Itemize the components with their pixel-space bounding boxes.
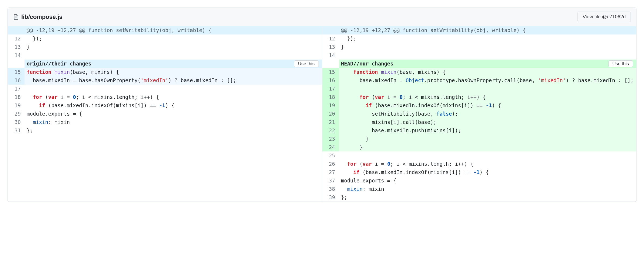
line-number: 14 xyxy=(322,51,339,60)
code-row: 12 }); xyxy=(322,34,636,43)
line-code: }; xyxy=(24,126,322,135)
line-number: 16 xyxy=(8,76,24,85)
conflict-header-content: HEAD//our changes Use this xyxy=(339,60,636,68)
line-number: 19 xyxy=(8,101,24,110)
line-code: if (base.mixedIn.indexOf(mixins[i]) == -… xyxy=(24,101,322,110)
line-code: function mixin(base, mixins) { xyxy=(24,68,322,76)
conflict-header-content: origin//their changes Use this xyxy=(24,60,322,68)
line-number: 24 xyxy=(322,143,339,151)
use-this-button-ours[interactable]: Use this xyxy=(608,60,633,67)
code-row: 21 mixins[i].call(base); xyxy=(322,118,636,126)
line-number xyxy=(8,26,24,34)
hunk-header: @@ -12,19 +12,27 @@ function setWritabil… xyxy=(322,26,636,34)
code-row: 30 mixin: mixin xyxy=(8,118,322,126)
code-row: 37 module.exports = { xyxy=(322,177,636,185)
code-row: 38 mixin: mixin xyxy=(322,185,636,193)
line-number xyxy=(322,26,339,34)
code-row: 24 } xyxy=(322,143,636,151)
code-row: 19 if (base.mixedIn.indexOf(mixins[i]) =… xyxy=(322,101,636,110)
line-code: if (base.mixedIn.indexOf(mixins[i]) == -… xyxy=(339,168,636,177)
line-code: mixins[i].call(base); xyxy=(339,118,636,126)
code-row: 13 } xyxy=(322,43,636,51)
line-number: 13 xyxy=(8,43,24,51)
line-number: 31 xyxy=(8,126,24,135)
code-row: 14 xyxy=(322,51,636,60)
line-code: }); xyxy=(24,34,322,43)
line-code: mixin: mixin xyxy=(339,185,636,193)
line-code: }); xyxy=(339,34,636,43)
line-code: } xyxy=(339,143,636,151)
file-header: lib/compose.js View file @e71062d xyxy=(8,8,636,26)
code-row: 15 function mixin(base, mixins) { xyxy=(8,68,322,76)
line-number: 27 xyxy=(322,168,339,177)
line-number: 12 xyxy=(322,34,339,43)
line-number: 22 xyxy=(322,126,339,135)
code-row: 13 } xyxy=(8,43,322,51)
code-row: 18 for (var i = 0; i < mixins.length; i+… xyxy=(322,93,636,101)
conflict-header-ours: HEAD//our changes Use this xyxy=(322,60,636,68)
code-row: 17 xyxy=(322,85,636,93)
code-row: 14 xyxy=(8,51,322,60)
line-number: 15 xyxy=(322,68,339,76)
line-code: for (var i = 0; i < mixins.length; i++) … xyxy=(24,93,322,101)
line-code: for (var i = 0; i < mixins.length; i++) … xyxy=(339,160,636,168)
line-code xyxy=(339,51,636,60)
code-row: 26 for (var i = 0; i < mixins.length; i+… xyxy=(322,160,636,168)
line-number: 25 xyxy=(322,151,339,160)
code-row: 29 module.exports = { xyxy=(8,110,322,118)
line-number: 30 xyxy=(8,118,24,126)
conflict-label: origin//their changes xyxy=(27,60,91,68)
code-row: 27 if (base.mixedIn.indexOf(mixins[i]) =… xyxy=(322,168,636,177)
line-code: } xyxy=(339,135,636,143)
line-code: for (var i = 0; i < mixins.length; i++) … xyxy=(339,93,636,101)
line-number: 21 xyxy=(322,118,339,126)
code-row: 20 setWritability(base, false); xyxy=(322,110,636,118)
code-row: 19 if (base.mixedIn.indexOf(mixins[i]) =… xyxy=(8,101,322,110)
line-code: } xyxy=(339,43,636,51)
line-code: base.mixedIn = Object.prototype.hasOwnPr… xyxy=(339,76,636,85)
code-row: 23 } xyxy=(322,135,636,143)
code-row: 16 base.mixedIn = Object.prototype.hasOw… xyxy=(322,76,636,85)
diff-container: lib/compose.js View file @e71062d @@ -12… xyxy=(8,8,636,202)
file-icon xyxy=(13,14,19,20)
code-row: 39 }; xyxy=(322,193,636,202)
line-number: 37 xyxy=(322,177,339,185)
line-code: base.mixedIn = base.hasOwnProperty('mixe… xyxy=(24,76,322,85)
line-number: 23 xyxy=(322,135,339,143)
line-number: 29 xyxy=(8,110,24,118)
line-code: setWritability(base, false); xyxy=(339,110,636,118)
line-code: base.mixedIn.push(mixins[i]); xyxy=(339,126,636,135)
diff-body: @@ -12,19 +12,27 @@ function setWritabil… xyxy=(8,26,636,202)
conflict-label: HEAD//our changes xyxy=(341,60,393,68)
hunk-header: @@ -12,19 +12,27 @@ function setWritabil… xyxy=(8,26,322,34)
file-header-left: lib/compose.js xyxy=(13,13,62,20)
code-row: 12 }); xyxy=(8,34,322,43)
code-row: 15 function mixin(base, mixins) { xyxy=(322,68,636,76)
line-number: 26 xyxy=(322,160,339,168)
line-code xyxy=(24,85,322,93)
code-row: 16 base.mixedIn = base.hasOwnProperty('m… xyxy=(8,76,322,85)
line-number: 17 xyxy=(322,85,339,93)
diff-side-right: @@ -12,19 +12,27 @@ function setWritabil… xyxy=(322,26,636,202)
line-code: module.exports = { xyxy=(24,110,322,118)
line-number: 39 xyxy=(322,193,339,202)
file-path[interactable]: lib/compose.js xyxy=(21,13,62,20)
use-this-button-theirs[interactable]: Use this xyxy=(294,60,318,67)
diff-side-left: @@ -12,19 +12,27 @@ function setWritabil… xyxy=(8,26,322,202)
line-number: 15 xyxy=(8,68,24,76)
line-number: 16 xyxy=(322,76,339,85)
hunk-header-text: @@ -12,19 +12,27 @@ function setWritabil… xyxy=(339,26,636,34)
line-number: 18 xyxy=(8,93,24,101)
code-row: 25 xyxy=(322,151,636,160)
line-number: 38 xyxy=(322,185,339,193)
line-number: 12 xyxy=(8,34,24,43)
line-code xyxy=(24,51,322,60)
line-code: }; xyxy=(339,193,636,202)
line-number: 20 xyxy=(322,110,339,118)
conflict-header-theirs: origin//their changes Use this xyxy=(8,60,322,68)
line-number: 19 xyxy=(322,101,339,110)
line-code xyxy=(339,151,636,160)
view-file-button[interactable]: View file @e71062d xyxy=(578,12,631,22)
hunk-header-text: @@ -12,19 +12,27 @@ function setWritabil… xyxy=(24,26,322,34)
line-code xyxy=(339,85,636,93)
